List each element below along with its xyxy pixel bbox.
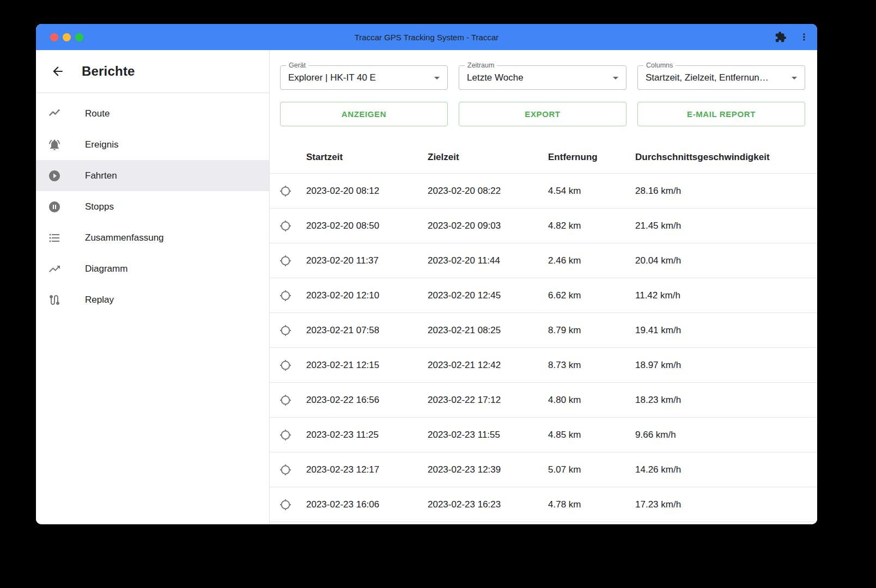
cell-entfernung: 4.78 km (548, 499, 635, 510)
device-select[interactable]: Gerät Explorer | HK-IT 40 E (280, 65, 448, 90)
cell-entfernung: 4.82 km (548, 220, 635, 231)
traffic-lights (36, 33, 83, 41)
period-select-label: Zeitraum (465, 62, 497, 70)
chevron-down-icon (788, 71, 801, 84)
table-row[interactable]: 2023-02-20 08:12 2023-02-20 08:22 4.54 k… (270, 174, 817, 209)
pause-circle-icon (48, 200, 61, 213)
cell-zielzeit: 2023-02-20 09:03 (428, 220, 548, 231)
gps-not-fixed-icon (279, 499, 291, 511)
table-row[interactable]: 2023-02-22 16:56 2023-02-22 17:12 4.80 k… (270, 383, 817, 418)
sidebar-item-replay[interactable]: Replay (36, 284, 269, 315)
cell-entfernung: 4.54 km (548, 186, 635, 197)
report-content: Gerät Explorer | HK-IT 40 E Zeitraum Let… (270, 50, 817, 524)
table-row[interactable]: 2023-02-20 08:50 2023-02-20 09:03 4.82 k… (270, 209, 817, 243)
cell-geschwindigkeit: 18.23 km/h (635, 395, 817, 406)
email-report-button[interactable]: E-MAIL REPORT (637, 102, 805, 126)
trips-table: Startzeit Zielzeit Entfernung Durchschni… (270, 141, 817, 522)
page-title: Berichte (82, 64, 135, 79)
list-bulleted-icon (48, 231, 61, 244)
gps-not-fixed-icon (279, 429, 291, 441)
table-row[interactable]: 2023-02-23 11:25 2023-02-23 11:55 4.85 k… (270, 418, 817, 452)
columns-select[interactable]: Columns Startzeit, Zielzeit, Entfernun… (637, 65, 805, 90)
column-header-zielzeit: Zielzeit (428, 152, 548, 163)
cell-entfernung: 4.85 km (548, 430, 635, 440)
window-title: Traccar GPS Tracking System - Traccar (36, 33, 817, 42)
cell-startzeit: 2023-02-20 11:37 (306, 255, 428, 266)
anzeigen-button[interactable]: ANZEIGEN (280, 102, 448, 126)
cell-startzeit: 2023-02-20 08:12 (306, 186, 428, 197)
notifications-icon (48, 138, 61, 151)
app-window: Traccar GPS Tracking System - Traccar Be… (36, 24, 817, 524)
minimize-window-button[interactable] (63, 33, 71, 41)
cell-geschwindigkeit: 9.66 km/h (635, 430, 817, 440)
sidebar-item-stopps[interactable]: Stopps (36, 191, 269, 222)
cell-startzeit: 2023-02-20 12:10 (306, 290, 428, 301)
table-row[interactable]: 2023-02-20 12:10 2023-02-20 12:45 6.62 k… (270, 278, 817, 313)
cell-zielzeit: 2023-02-20 11:44 (428, 255, 548, 266)
back-button[interactable] (51, 64, 65, 78)
table-row[interactable]: 2023-02-20 11:37 2023-02-20 11:44 2.46 k… (270, 243, 817, 278)
extensions-icon[interactable] (775, 31, 787, 43)
table-body: 2023-02-20 08:12 2023-02-20 08:22 4.54 k… (270, 174, 817, 522)
sidebar-item-label: Fahrten (85, 170, 117, 181)
sidebar-item-label: Replay (85, 295, 114, 305)
cell-startzeit: 2023-02-21 12:15 (306, 360, 428, 371)
column-header-durchschnittsgeschwindigkeit: Durchschnittsgeschwindigkeit (635, 152, 817, 163)
cell-entfernung: 2.46 km (548, 255, 635, 266)
sidebar-item-label: Ereignis (85, 139, 118, 150)
cell-zielzeit: 2023-02-22 17:12 (428, 395, 548, 406)
action-row: ANZEIGEN EXPORT E-MAIL REPORT (280, 102, 817, 126)
gps-not-fixed-icon (279, 255, 291, 267)
sidebar-item-fahrten[interactable]: Fahrten (36, 160, 269, 191)
period-select[interactable]: Zeitraum Letzte Woche (459, 65, 626, 90)
sidebar-item-label: Diagramm (85, 264, 127, 274)
arrow-back-icon (51, 64, 65, 78)
columns-select-label: Columns (643, 62, 676, 70)
cell-entfernung: 5.07 km (548, 464, 635, 475)
cell-geschwindigkeit: 28.16 km/h (635, 186, 817, 197)
column-header-startzeit: Startzeit (306, 152, 428, 163)
gps-not-fixed-icon (279, 185, 291, 197)
sidebar-item-route[interactable]: Route (36, 98, 269, 129)
table-row[interactable]: 2023-02-21 07:58 2023-02-21 08:25 8.79 k… (270, 313, 817, 348)
cell-entfernung: 8.79 km (548, 325, 635, 336)
close-window-button[interactable] (50, 33, 58, 41)
trending-up-icon (48, 262, 61, 275)
sidebar-item-label: Route (85, 108, 110, 119)
sidebar-item-zusammenfassung[interactable]: Zusammenfassung (36, 222, 269, 253)
chevron-down-icon (430, 71, 443, 84)
gps-not-fixed-icon (279, 359, 291, 371)
cell-startzeit: 2023-02-22 16:56 (306, 395, 428, 406)
device-select-label: Gerät (286, 62, 308, 70)
table-row[interactable]: 2023-02-23 16:06 2023-02-23 16:23 4.78 k… (270, 487, 817, 522)
table-header-row: Startzeit Zielzeit Entfernung Durchschni… (270, 141, 817, 174)
cell-startzeit: 2023-02-23 12:17 (306, 464, 428, 475)
export-button[interactable]: EXPORT (459, 102, 626, 126)
cell-zielzeit: 2023-02-21 12:42 (428, 360, 548, 371)
table-row[interactable]: 2023-02-23 12:17 2023-02-23 12:39 5.07 k… (270, 452, 817, 487)
reports-sidebar: Berichte Route Ereignis (36, 50, 270, 524)
cell-zielzeit: 2023-02-23 11:55 (428, 430, 548, 440)
route-icon (48, 293, 61, 307)
maximize-window-button[interactable] (75, 33, 83, 41)
cell-entfernung: 8.73 km (548, 360, 635, 371)
cell-geschwindigkeit: 14.26 km/h (635, 464, 817, 475)
play-circle-icon (48, 169, 61, 182)
window-titlebar: Traccar GPS Tracking System - Traccar (36, 24, 817, 50)
column-header-entfernung: Entfernung (548, 152, 635, 163)
cell-geschwindigkeit: 21.45 km/h (635, 220, 817, 231)
table-row[interactable]: 2023-02-21 12:15 2023-02-21 12:42 8.73 k… (270, 348, 817, 383)
gps-not-fixed-icon (279, 464, 291, 476)
cell-geschwindigkeit: 19.41 km/h (635, 325, 817, 336)
gps-not-fixed-icon (279, 394, 291, 406)
timeline-icon (48, 107, 61, 120)
cell-zielzeit: 2023-02-23 16:23 (428, 499, 548, 510)
sidebar-header: Berichte (36, 50, 269, 93)
sidebar-item-ereignis[interactable]: Ereignis (36, 129, 269, 160)
cell-geschwindigkeit: 11.42 km/h (635, 290, 817, 301)
sidebar-item-label: Stopps (85, 201, 114, 212)
gps-not-fixed-icon (279, 220, 291, 232)
cell-zielzeit: 2023-02-20 12:45 (428, 290, 548, 301)
menu-kebab-icon[interactable] (799, 32, 810, 42)
sidebar-item-diagramm[interactable]: Diagramm (36, 253, 269, 284)
